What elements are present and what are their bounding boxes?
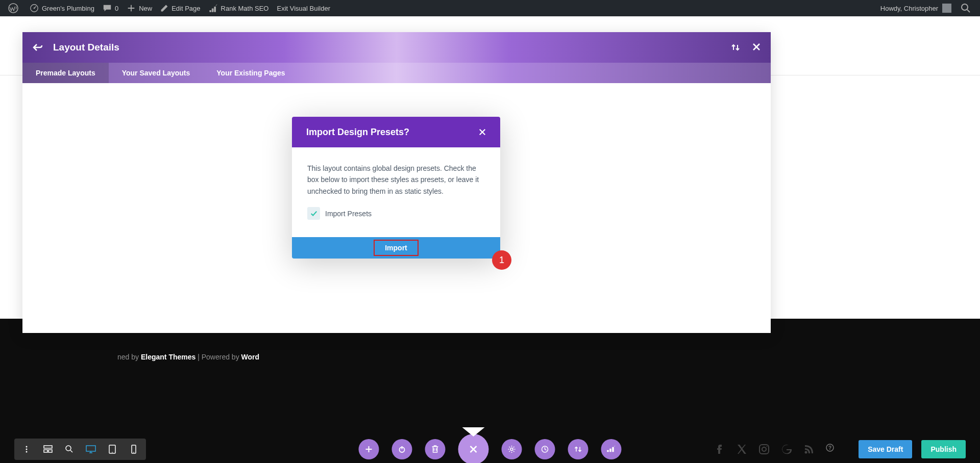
admin-new[interactable]: New bbox=[122, 0, 156, 16]
phone-view-button[interactable] bbox=[124, 439, 144, 460]
admin-wordpress-logo[interactable] bbox=[4, 0, 26, 16]
gear-icon bbox=[508, 445, 516, 453]
instagram-icon[interactable] bbox=[758, 444, 770, 455]
svg-point-2 bbox=[34, 8, 35, 9]
wp-admin-bar: Green's Plumbing 0 New Edit Page Rank Ma… bbox=[0, 0, 980, 16]
layout-panel-title: Layout Details bbox=[53, 42, 731, 53]
trash-icon bbox=[432, 445, 439, 453]
clear-layout-button[interactable] bbox=[425, 439, 446, 459]
tablet-view-button[interactable] bbox=[102, 439, 122, 460]
svg-rect-19 bbox=[760, 445, 769, 454]
pencil-icon bbox=[160, 4, 168, 12]
save-draft-button[interactable]: Save Draft bbox=[859, 440, 912, 458]
close-icon bbox=[469, 445, 478, 454]
close-builder-button[interactable] bbox=[458, 434, 489, 464]
clock-icon bbox=[541, 445, 549, 453]
close-icon bbox=[752, 43, 761, 51]
svg-rect-11 bbox=[86, 446, 95, 451]
svg-point-3 bbox=[962, 4, 968, 10]
svg-rect-9 bbox=[48, 450, 52, 452]
rank-math-builder-button[interactable] bbox=[601, 439, 622, 459]
help-icon[interactable]: ? bbox=[826, 444, 834, 455]
svg-point-4 bbox=[26, 446, 28, 447]
wireframe-icon bbox=[43, 445, 53, 453]
svg-point-21 bbox=[767, 446, 768, 447]
admin-site-link[interactable]: Green's Plumbing bbox=[26, 0, 99, 16]
tab-your-saved-layouts[interactable]: Your Saved Layouts bbox=[109, 63, 204, 83]
layout-import-export-button[interactable] bbox=[731, 43, 740, 52]
footer-text: ned by Elegant Themes | Powered by Word bbox=[117, 353, 259, 361]
up-down-arrows-icon bbox=[731, 43, 740, 52]
admin-bar-left: Green's Plumbing 0 New Edit Page Rank Ma… bbox=[4, 0, 334, 16]
avatar-icon bbox=[942, 4, 951, 13]
facebook-icon[interactable] bbox=[714, 444, 725, 455]
wireframe-view-button[interactable] bbox=[38, 439, 58, 460]
svg-text:?: ? bbox=[828, 445, 831, 451]
google-icon[interactable] bbox=[781, 444, 792, 455]
svg-point-13 bbox=[112, 452, 113, 453]
admin-user-greeting[interactable]: Howdy, Christopher bbox=[876, 0, 955, 16]
desktop-view-button[interactable] bbox=[81, 439, 101, 460]
history-button[interactable] bbox=[535, 439, 555, 459]
desktop-icon bbox=[86, 445, 96, 453]
add-section-button[interactable] bbox=[359, 439, 379, 459]
annotation-badge-1: 1 bbox=[492, 250, 511, 270]
import-button[interactable]: Import bbox=[374, 240, 419, 256]
zoom-button[interactable] bbox=[59, 439, 80, 460]
publish-button[interactable]: Publish bbox=[921, 440, 966, 458]
power-button[interactable] bbox=[392, 439, 412, 459]
import-presets-checkbox[interactable] bbox=[307, 207, 320, 220]
close-icon bbox=[479, 128, 486, 136]
footer-prefix: ned by bbox=[117, 353, 141, 361]
svg-point-10 bbox=[66, 446, 71, 451]
edit-page-text: Edit Page bbox=[172, 5, 200, 12]
import-presets-label: Import Presets bbox=[325, 210, 372, 218]
import-checkbox-row: Import Presets bbox=[307, 207, 485, 220]
admin-search[interactable] bbox=[955, 3, 976, 13]
import-modal-close-button[interactable] bbox=[479, 128, 486, 136]
checkmark-icon bbox=[310, 210, 317, 217]
layout-tabs: Premade Layouts Your Saved Layouts Your … bbox=[22, 63, 771, 83]
tab-premade-layouts[interactable]: Premade Layouts bbox=[22, 63, 109, 83]
svg-rect-7 bbox=[44, 446, 52, 448]
page-settings-button[interactable] bbox=[502, 439, 522, 459]
wordpress-icon bbox=[8, 3, 18, 13]
magnify-icon bbox=[65, 445, 74, 453]
portability-button[interactable] bbox=[568, 439, 589, 459]
comment-icon bbox=[103, 4, 112, 13]
import-modal-header: Import Design Presets? bbox=[292, 117, 500, 147]
layout-close-button[interactable] bbox=[752, 43, 761, 52]
svg-point-17 bbox=[510, 448, 513, 450]
chart-bar-icon bbox=[607, 446, 616, 453]
device-switcher bbox=[14, 439, 146, 460]
admin-rank-math[interactable]: Rank Math SEO bbox=[205, 0, 273, 16]
dots-vertical-icon bbox=[23, 446, 30, 453]
rss-icon[interactable] bbox=[803, 444, 815, 455]
footer-platform[interactable]: Word bbox=[241, 353, 260, 361]
social-icons: ? bbox=[714, 444, 834, 455]
layout-back-button[interactable] bbox=[33, 43, 43, 52]
svg-point-22 bbox=[805, 451, 807, 453]
svg-point-20 bbox=[762, 447, 766, 451]
admin-comments[interactable]: 0 bbox=[99, 0, 122, 16]
admin-bar-right: Howdy, Christopher bbox=[876, 0, 976, 16]
admin-exit-vb[interactable]: Exit Visual Builder bbox=[273, 0, 334, 16]
x-twitter-icon[interactable] bbox=[736, 444, 747, 455]
power-icon bbox=[398, 445, 406, 453]
new-text: New bbox=[139, 5, 152, 12]
tab-your-existing-pages[interactable]: Your Existing Pages bbox=[203, 63, 298, 83]
phone-icon bbox=[131, 445, 136, 454]
layout-header-actions bbox=[731, 43, 761, 52]
exit-vb-text: Exit Visual Builder bbox=[277, 5, 330, 12]
admin-edit-page[interactable]: Edit Page bbox=[156, 0, 204, 16]
back-arrow-icon bbox=[33, 43, 43, 52]
import-modal-body: This layout contains global design prese… bbox=[292, 147, 500, 237]
footer-theme-author[interactable]: Elegant Themes bbox=[141, 353, 195, 361]
import-modal-description: This layout contains global design prese… bbox=[307, 163, 485, 197]
import-modal-title: Import Design Presets? bbox=[306, 127, 409, 138]
more-options-button[interactable] bbox=[16, 439, 37, 460]
dashboard-icon bbox=[30, 4, 39, 13]
svg-point-5 bbox=[26, 448, 28, 450]
howdy-text: Howdy, Christopher bbox=[880, 5, 938, 12]
center-action-buttons bbox=[359, 434, 622, 464]
